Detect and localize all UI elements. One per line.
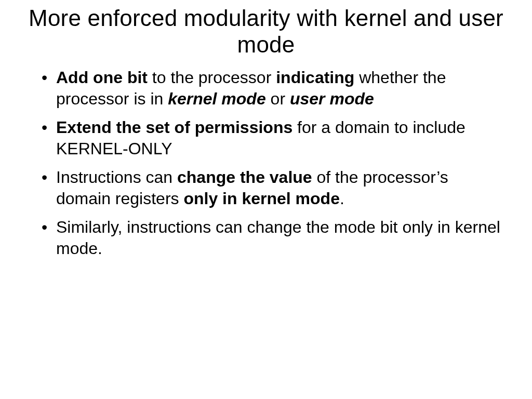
slide: More enforced modularity with kernel and…	[0, 0, 532, 399]
plain-text: .	[340, 189, 344, 208]
bullet-item-1: Add one bit to the processor indicating …	[45, 67, 506, 110]
plain-text: or	[266, 89, 290, 108]
bold-italic-text: kernel mode	[168, 89, 266, 108]
bold-text: Extend the set of permissions	[56, 118, 297, 137]
bold-text: only in kernel mode	[183, 189, 340, 208]
bullet-list: Add one bit to the processor indicating …	[26, 67, 506, 259]
plain-text: Instructions can	[56, 168, 177, 187]
bullet-item-3: Instructions can change the value of the…	[45, 167, 506, 209]
bold-italic-text: user mode	[290, 89, 374, 108]
bold-text: Add one bit	[56, 68, 152, 87]
bold-text: change the value	[177, 168, 317, 187]
slide-title: More enforced modularity with kernel and…	[26, 5, 506, 58]
bullet-item-2: Extend the set of permissions for a doma…	[45, 117, 506, 159]
bold-text: indicating	[276, 68, 354, 87]
plain-text: to the processor	[152, 68, 276, 87]
plain-text: Similarly, instructions can change the m…	[56, 218, 500, 258]
bullet-item-4: Similarly, instructions can change the m…	[45, 217, 506, 259]
